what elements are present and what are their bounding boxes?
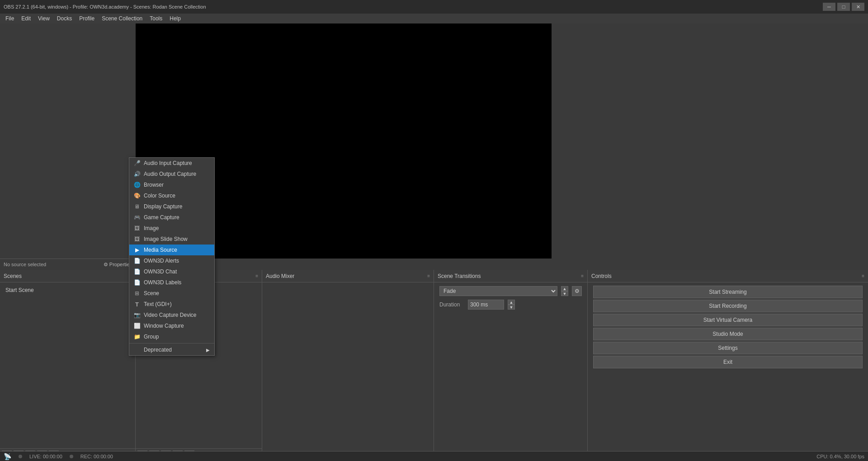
studio-mode-button[interactable]: Studio Mode [593, 328, 863, 340]
image-icon: 🖼 [133, 224, 141, 232]
audio-mixer-header: Audio Mixer ≡ [262, 270, 434, 282]
ctx-image[interactable]: 🖼 Image [129, 223, 214, 234]
ctx-audio-output-capture[interactable]: 🔊 Audio Output Capture [129, 169, 214, 179]
properties-button[interactable]: ⚙ Properties [104, 262, 132, 268]
controls-title: Controls [591, 273, 612, 279]
text-icon: T [133, 300, 141, 308]
display-icon: 🖥 [133, 202, 141, 211]
ctx-display-capture[interactable]: 🖥 Display Capture [129, 201, 214, 212]
deprecated-icon [133, 346, 141, 354]
scenes-list: Start Scene [0, 282, 135, 448]
context-menu: 🎤 Audio Input Capture 🔊 Audio Output Cap… [129, 157, 215, 356]
folder-icon: 📁 [133, 333, 141, 341]
minimize-button[interactable]: ─ [823, 3, 835, 11]
color-icon: 🎨 [133, 192, 141, 200]
window-controls: ─ □ ✕ [823, 3, 864, 11]
rec-timer: REC: 00:00:00 [80, 454, 113, 459]
ctx-audio-input-capture[interactable]: 🎤 Audio Input Capture [129, 158, 214, 169]
audio-mixer-collapse-icon[interactable]: ≡ [427, 273, 430, 278]
audio-mixer-panel: Audio Mixer ≡ [262, 270, 434, 461]
ctx-text-gdi[interactable]: T Text (GDI+) [129, 299, 214, 310]
ctx-window-capture-label: Window Capture [144, 323, 184, 329]
start-virtual-camera-button[interactable]: Start Virtual Camera [593, 314, 863, 326]
ctx-display-capture-label: Display Capture [144, 203, 182, 210]
ctx-media-source[interactable]: ▶ Media Source [129, 245, 214, 255]
ctx-media-source-label: Media Source [144, 247, 177, 253]
speaker-icon: 🔊 [133, 170, 141, 178]
rec-status-dot [70, 455, 73, 458]
ctx-own3d-alerts[interactable]: 📄 OWN3D Alerts [129, 255, 214, 266]
ctx-own3d-labels-label: OWN3D Labels [144, 279, 181, 286]
ctx-group[interactable]: 📁 Group [129, 331, 214, 342]
own3d-chat-icon: 📄 [133, 268, 141, 276]
menu-profile[interactable]: Profile [75, 14, 98, 23]
transition-increment-button[interactable]: ▲ [561, 286, 568, 291]
window-icon: ⬜ [133, 322, 141, 330]
ctx-game-capture[interactable]: 🎮 Game Capture [129, 212, 214, 223]
live-status-dot [19, 455, 22, 458]
menu-docks[interactable]: Docks [53, 14, 75, 23]
menu-scene-collection[interactable]: Scene Collection [98, 14, 146, 23]
ctx-scene-label: Scene [144, 290, 159, 296]
menu-edit[interactable]: Edit [18, 14, 34, 23]
ctx-image-slide-show-label: Image Slide Show [144, 236, 188, 242]
ctx-image-slide-show[interactable]: 🖼 Image Slide Show [129, 234, 214, 245]
ctx-window-capture[interactable]: ⬜ Window Capture [129, 320, 214, 331]
live-timer: LIVE: 00:00:00 [29, 454, 62, 459]
menu-bar: File Edit View Docks Profile Scene Colle… [0, 14, 868, 24]
controls-panel: Controls ≡ Start Streaming Start Recordi… [588, 270, 868, 461]
ctx-audio-output-label: Audio Output Capture [144, 171, 196, 177]
sources-collapse-icon[interactable]: ≡ [255, 273, 258, 278]
ctx-color-source-label: Color Source [144, 193, 175, 199]
ctx-game-capture-label: Game Capture [144, 214, 179, 221]
ctx-browser[interactable]: 🌐 Browser [129, 179, 214, 190]
ctx-group-label: Group [144, 334, 159, 340]
transition-type-row: Fade ▲ ▼ ⚙ [436, 284, 585, 298]
cpu-stats: CPU: 0.4%, 30.00 fps [816, 454, 864, 459]
scenes-panel-title: Scenes [4, 273, 22, 279]
duration-label: Duration [439, 301, 464, 308]
browser-icon: 🌐 [133, 181, 141, 189]
title-bar: OBS 27.2.1 (64-bit, windows) - Profile: … [0, 0, 868, 14]
maximize-button[interactable]: □ [837, 3, 850, 11]
ctx-deprecated[interactable]: Deprecated ▶ [129, 344, 214, 355]
duration-decrement-button[interactable]: ▼ [508, 305, 515, 310]
ctx-audio-input-label: Audio Input Capture [144, 160, 192, 166]
ctx-text-gdi-label: Text (GDI+) [144, 301, 172, 307]
scene-transitions-panel: Scene Transitions ≡ Fade ▲ ▼ ⚙ Duration … [434, 270, 588, 461]
transition-settings-button[interactable]: ⚙ [572, 286, 582, 296]
ctx-color-source[interactable]: 🎨 Color Source [129, 190, 214, 201]
ctx-own3d-chat[interactable]: 📄 OWN3D Chat [129, 266, 214, 277]
ctx-scene[interactable]: ⊞ Scene [129, 288, 214, 299]
start-streaming-button[interactable]: Start Streaming [593, 286, 863, 298]
controls-content: Start Streaming Start Recording Start Vi… [588, 282, 868, 461]
ctx-video-capture-label: Video Capture Device [144, 312, 197, 318]
transition-spinners: ▲ ▼ [561, 286, 568, 296]
exit-button[interactable]: Exit [593, 356, 863, 368]
own3d-alerts-icon: 📄 [133, 257, 141, 265]
menu-tools[interactable]: Tools [146, 14, 166, 23]
scene-transitions-collapse-icon[interactable]: ≡ [581, 273, 584, 278]
duration-input[interactable]: 300 ms [468, 300, 504, 310]
microphone-icon: 🎤 [133, 159, 141, 167]
ctx-own3d-chat-label: OWN3D Chat [144, 268, 177, 275]
no-source-label: No source selected [4, 262, 46, 267]
window-title: OBS 27.2.1 (64-bit, windows) - Profile: … [4, 4, 206, 9]
settings-button[interactable]: Settings [593, 342, 863, 354]
game-icon: 🎮 [133, 213, 141, 221]
menu-help[interactable]: Help [166, 14, 184, 23]
menu-file[interactable]: File [2, 14, 18, 23]
start-recording-button[interactable]: Start Recording [593, 300, 863, 312]
ctx-video-capture[interactable]: 📷 Video Capture Device [129, 310, 214, 320]
slide-show-icon: 🖼 [133, 235, 141, 243]
duration-increment-button[interactable]: ▲ [508, 300, 515, 305]
close-button[interactable]: ✕ [852, 3, 864, 11]
scenes-panel: Scenes ≡ Start Scene + − ⚙ ∧ ∨ [0, 270, 136, 461]
controls-collapse-icon[interactable]: ≡ [862, 273, 864, 278]
menu-view[interactable]: View [34, 14, 53, 23]
transition-type-select[interactable]: Fade [439, 286, 557, 296]
ctx-own3d-labels[interactable]: 📄 OWN3D Labels [129, 277, 214, 288]
scene-item-start[interactable]: Start Scene [2, 284, 133, 296]
ctx-deprecated-label: Deprecated [144, 347, 172, 353]
transition-decrement-button[interactable]: ▼ [561, 291, 568, 296]
